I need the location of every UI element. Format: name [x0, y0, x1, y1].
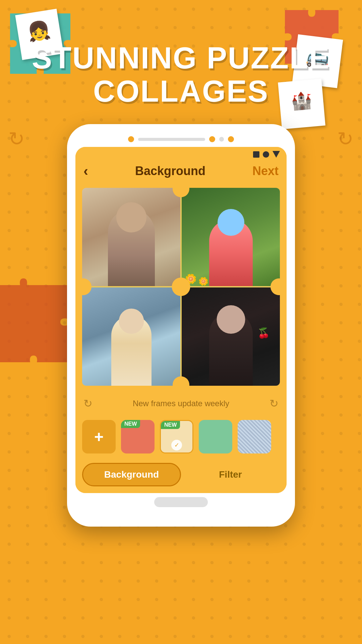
status-bar: [75, 147, 287, 160]
swatch-coral[interactable]: NEW: [121, 420, 155, 453]
status-circle-icon: [263, 151, 269, 158]
swatch-check-mark: ✓: [171, 440, 182, 450]
photo-cell-2: 🌼 🌼: [182, 188, 280, 286]
bottom-tabs: Background Filter: [75, 458, 287, 493]
tab-background[interactable]: Background: [82, 463, 181, 486]
home-button[interactable]: [154, 497, 208, 507]
hero-title: STUNNING PUZZLE COLLAGES: [32, 42, 330, 109]
screen-title: Background: [135, 164, 205, 178]
info-icon-left: ↻: [83, 397, 93, 410]
hero-section: STUNNING PUZZLE COLLAGES 👧 🚌 🏰: [0, 0, 362, 134]
swatches-row: + NEW NEW ✓: [75, 416, 287, 458]
status-triangle-icon: [273, 151, 280, 158]
refresh-icon-left: ↻: [8, 127, 25, 150]
collage-area: 🌼 🌼 🍒: [75, 184, 287, 391]
new-badge-cream: NEW: [161, 421, 180, 429]
phone-dot-mid2: [219, 137, 224, 142]
tab-filter[interactable]: Filter: [181, 463, 280, 486]
phone-dot-right: [228, 136, 234, 142]
phone-dot-mid: [209, 136, 215, 142]
app-header: ‹ Background Next: [75, 160, 287, 184]
back-button[interactable]: ‹: [83, 163, 88, 179]
phone-mockup: ‹ Background Next: [67, 124, 295, 527]
phone-screen: ‹ Background Next: [75, 147, 287, 493]
phone-body: ‹ Background Next: [67, 124, 295, 527]
phone-bottom-bar: [75, 493, 287, 510]
info-bar: ↻ New frames update weekly ↻: [75, 391, 287, 416]
add-swatch-button[interactable]: +: [82, 420, 116, 453]
swatch-cream[interactable]: NEW ✓: [160, 420, 193, 453]
phone-dot-left: [128, 136, 134, 142]
info-text: New frames update weekly: [133, 399, 229, 408]
photo-grid: 🌼 🌼 🍒: [82, 188, 280, 386]
phone-speaker: [138, 138, 205, 141]
photo-cell-3: [82, 287, 180, 386]
swatch-green[interactable]: [199, 420, 232, 453]
next-button[interactable]: Next: [252, 164, 279, 178]
collage-frame: 🌼 🌼 🍒: [82, 188, 280, 386]
puzzle-center-connector: [172, 278, 190, 296]
photo-cell-1: [82, 188, 180, 286]
refresh-icon-right: ↻: [337, 127, 354, 150]
phone-camera-area: [75, 134, 287, 147]
new-badge-coral: NEW: [121, 420, 140, 428]
status-square-icon: [253, 151, 259, 158]
info-icon-right: ↻: [269, 397, 279, 410]
swatch-blue-stripe[interactable]: [238, 420, 271, 453]
photo-cell-4: 🍒: [182, 287, 280, 386]
